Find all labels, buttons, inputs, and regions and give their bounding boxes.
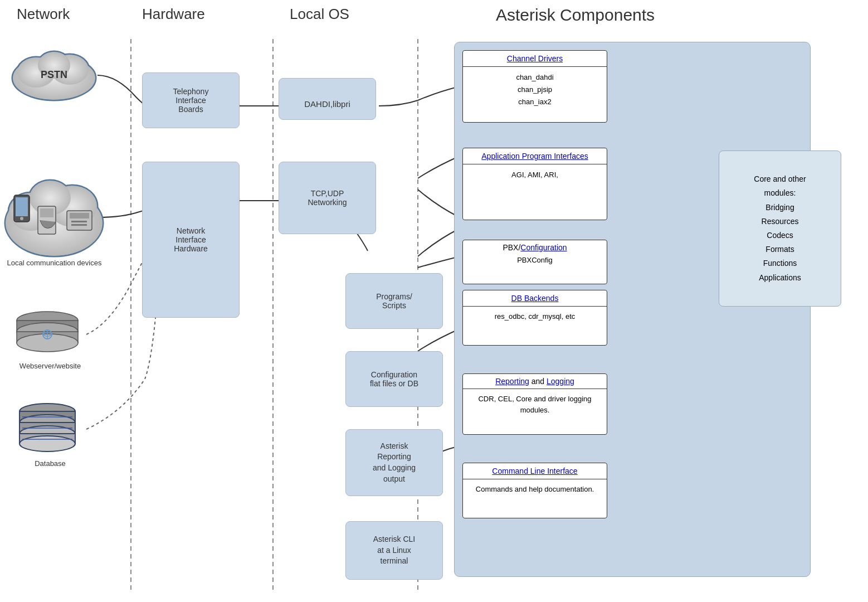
svg-point-22 [20, 217, 23, 220]
api-box: Application Program Interfaces AGI, AMI,… [462, 148, 607, 220]
network-interface-box: NetworkInterfaceHardware [142, 162, 240, 318]
core-bridging: Bridging [754, 201, 806, 215]
reporting-and: and [531, 377, 547, 386]
webserver-icon: Webserver/website [8, 309, 92, 370]
pstn-cloud-svg: PSTN [6, 36, 103, 103]
local-devices-cloud: Local communication devices [0, 151, 109, 279]
core-title2: modules: [754, 186, 806, 200]
svg-rect-27 [71, 221, 87, 222]
db-backends-items: res_odbc, cdr_mysql, etc [467, 311, 602, 322]
asterisk-reporting-box: AsteriskReportingand Loggingoutput [345, 429, 443, 496]
config-files-box: Configurationflat files or DB [345, 351, 443, 407]
api-items: AGI, AMI, ARI, [467, 169, 602, 181]
dahdi-box: DAHDI,libpri [279, 78, 376, 120]
core-applications: Applications [754, 271, 806, 285]
pbx-config-link[interactable]: Configuration [520, 243, 567, 252]
cli-desc: Commands and help documentation. [467, 484, 602, 495]
svg-rect-26 [70, 213, 89, 219]
svg-rect-24 [40, 208, 53, 217]
reporting-items: CDR, CEL, Core and driver logging module… [467, 394, 602, 415]
core-functions: Functions [754, 256, 806, 270]
db-backends-link[interactable]: DB Backends [511, 294, 559, 303]
channel-drivers-box: Channel Drivers chan_dahdi chan_pjsip ch… [462, 50, 607, 123]
database-icon: Database [11, 401, 89, 468]
col-header-hardware: Hardware [142, 6, 205, 23]
pbx-config-value: PBXConfig [467, 256, 602, 264]
col-header-asterisk: Asterisk Components [496, 6, 655, 25]
asterisk-cli-box: Asterisk CLIat a Linuxterminal [345, 521, 443, 580]
col-header-localos: Local OS [290, 6, 349, 23]
database-svg [11, 401, 84, 457]
pstn-cloud: PSTN [6, 36, 103, 103]
pbx-box: PBX/Configuration PBXConfig [462, 240, 607, 284]
svg-point-42 [19, 436, 75, 452]
core-modules-box: Core and other modules: Bridging Resourc… [719, 151, 841, 307]
reporting-logging-box: Reporting and Logging CDR, CEL, Core and… [462, 373, 607, 435]
cli-link[interactable]: Command Line Interface [492, 467, 577, 475]
local-devices-svg [0, 151, 109, 262]
cli-box: Command Line Interface Commands and help… [462, 463, 607, 518]
webserver-svg [8, 309, 86, 360]
reporting-link[interactable]: Reporting [495, 377, 529, 386]
core-codecs: Codecs [754, 229, 806, 242]
api-link[interactable]: Application Program Interfaces [481, 152, 588, 161]
diagram: Network Hardware Local OS Asterisk Compo… [0, 0, 868, 602]
chan-iax2: chan_iax2 [467, 96, 602, 108]
webserver-label: Webserver/website [8, 362, 92, 370]
svg-text:PSTN: PSTN [41, 69, 67, 80]
database-label: Database [11, 459, 89, 468]
col-header-network: Network [17, 6, 70, 23]
channel-drivers-link[interactable]: Channel Drivers [507, 54, 563, 63]
logging-link[interactable]: Logging [547, 377, 574, 386]
core-title: Core and other [754, 172, 806, 186]
tcpudp-box: TCP,UDPNetworking [279, 162, 376, 234]
telephony-interface-box: TelephonyInterfaceBoards [142, 72, 240, 128]
programs-box: Programs/Scripts [345, 273, 443, 329]
chan-pjsip: chan_pjsip [467, 84, 602, 96]
db-backends-box: DB Backends res_odbc, cdr_mysql, etc [462, 290, 607, 346]
svg-rect-28 [71, 224, 87, 226]
core-formats: Formats [754, 242, 806, 256]
core-resources: Resources [754, 215, 806, 229]
svg-rect-21 [16, 197, 28, 216]
chan-dahdi: chan_dahdi [467, 71, 602, 84]
local-devices-label: Local communication devices [0, 259, 109, 268]
